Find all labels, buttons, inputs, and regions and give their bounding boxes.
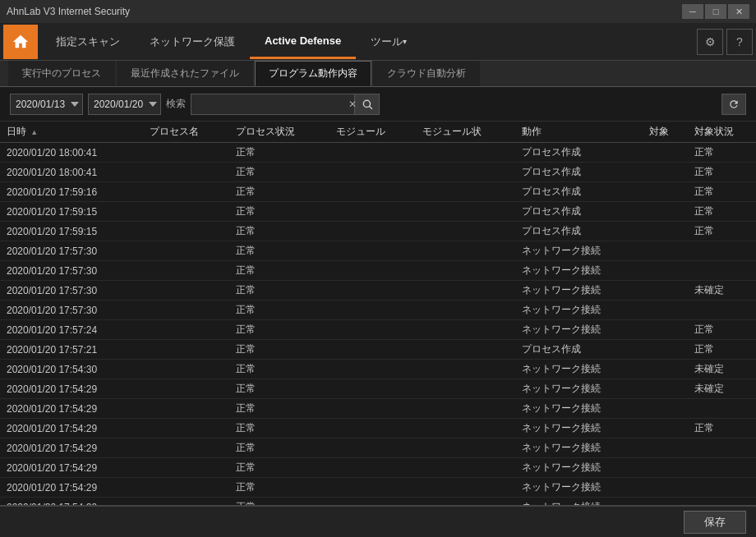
table-cell-13-1 (143, 399, 229, 419)
table-cell-5-0: 2020/01/20 17:57:30 (0, 241, 143, 261)
table-cell-3-0: 2020/01/20 17:59:15 (0, 202, 143, 222)
settings-button[interactable]: ⚙ (697, 29, 723, 55)
menu-item-scan[interactable]: 指定スキャン (41, 25, 135, 59)
menu-item-active-defense[interactable]: Active Defense (250, 25, 356, 59)
data-table: 日時 ▲ プロセス名 プロセス状況 モジュール モジュール状 動作 (0, 122, 756, 506)
table-row[interactable]: 2020/01/20 17:54:29正常ネットワーク接続 (0, 438, 756, 458)
table-row[interactable]: 2020/01/20 17:54:29正常ネットワーク接続 (0, 478, 756, 498)
table-cell-16-4 (416, 458, 516, 478)
date-to-select[interactable]: 2020/01/132020/01/142020/01/152020/01/16… (88, 94, 161, 115)
table-cell-9-6 (643, 320, 688, 340)
table-cell-10-7: 正常 (688, 340, 756, 360)
table-cell-0-0: 2020/01/20 18:00:41 (0, 143, 143, 163)
table-container[interactable]: 日時 ▲ プロセス名 プロセス状況 モジュール モジュール状 動作 (0, 122, 756, 506)
home-icon (12, 33, 30, 51)
table-row[interactable]: 2020/01/20 18:00:41正常プロセス作成正常 (0, 163, 756, 182)
table-cell-3-3 (330, 202, 416, 222)
table-row[interactable]: 2020/01/20 17:57:30正常ネットワーク接続 (0, 241, 756, 261)
restore-button[interactable]: □ (705, 4, 726, 19)
table-cell-6-7 (688, 261, 756, 281)
table-cell-4-4 (416, 222, 516, 241)
table-cell-14-1 (143, 419, 229, 438)
table-cell-18-5: ネットワーク接続 (515, 498, 643, 507)
table-cell-10-5: プロセス作成 (515, 340, 643, 360)
tab-running-processes[interactable]: 実行中のプロセス (8, 61, 115, 86)
table-cell-8-5: ネットワーク接続 (515, 301, 643, 320)
minimize-button[interactable]: ─ (682, 4, 703, 19)
table-cell-6-1 (143, 261, 229, 281)
table-cell-3-5: プロセス作成 (515, 202, 643, 222)
table-cell-13-4 (416, 399, 516, 419)
close-button[interactable]: ✕ (728, 4, 749, 19)
table-row[interactable]: 2020/01/20 17:59:15正常プロセス作成正常 (0, 222, 756, 241)
table-cell-9-3 (330, 320, 416, 340)
tab-program-actions[interactable]: プログラム動作内容 (255, 61, 371, 86)
tab-recent-files[interactable]: 最近作成されたファイル (117, 61, 253, 86)
table-row[interactable]: 2020/01/20 17:54:29正常ネットワーク接続 (0, 458, 756, 478)
save-button[interactable]: 保存 (684, 511, 746, 534)
table-cell-5-1 (143, 241, 229, 261)
search-button[interactable] (355, 94, 380, 115)
table-cell-1-3 (330, 163, 416, 182)
table-cell-7-1 (143, 281, 229, 301)
menu-item-tools[interactable]: ツール (356, 25, 422, 59)
table-cell-8-4 (416, 301, 516, 320)
table-row[interactable]: 2020/01/20 17:54:29正常ネットワーク接続未確定 (0, 379, 756, 399)
table-cell-4-7: 正常 (688, 222, 756, 241)
col-header-module-status: モジュール状 (416, 122, 516, 143)
date-from-select[interactable]: 2020/01/132020/01/142020/01/152020/01/16… (10, 94, 83, 115)
refresh-button[interactable] (721, 94, 746, 115)
table-cell-15-6 (643, 438, 688, 458)
table-cell-11-3 (330, 360, 416, 379)
svg-line-1 (369, 106, 372, 109)
table-cell-0-3 (330, 143, 416, 163)
table-row[interactable]: 2020/01/20 17:54:29正常ネットワーク接続 (0, 399, 756, 419)
table-cell-12-3 (330, 379, 416, 399)
table-cell-8-6 (643, 301, 688, 320)
tab-bar: 実行中のプロセス 最近作成されたファイル プログラム動作内容 クラウド自動分析 (0, 61, 756, 87)
table-row[interactable]: 2020/01/20 17:54:30正常ネットワーク接続未確定 (0, 360, 756, 379)
col-header-process-name: プロセス名 (143, 122, 229, 143)
table-cell-14-6 (643, 419, 688, 438)
table-cell-1-0: 2020/01/20 18:00:41 (0, 163, 143, 182)
table-cell-18-7 (688, 498, 756, 507)
table-row[interactable]: 2020/01/20 17:59:16正常プロセス作成正常 (0, 182, 756, 202)
table-cell-15-0: 2020/01/20 17:54:29 (0, 438, 143, 458)
table-cell-17-5: ネットワーク接続 (515, 478, 643, 498)
table-cell-6-5: ネットワーク接続 (515, 261, 643, 281)
table-row[interactable]: 2020/01/20 17:57:24正常ネットワーク接続正常 (0, 320, 756, 340)
table-cell-12-7: 未確定 (688, 379, 756, 399)
table-row[interactable]: 2020/01/20 17:59:15正常プロセス作成正常 (0, 202, 756, 222)
table-cell-5-5: ネットワーク接続 (515, 241, 643, 261)
table-cell-1-4 (416, 163, 516, 182)
table-cell-0-4 (416, 143, 516, 163)
table-cell-3-6 (643, 202, 688, 222)
table-cell-9-0: 2020/01/20 17:57:24 (0, 320, 143, 340)
table-cell-11-7: 未確定 (688, 360, 756, 379)
home-button[interactable] (3, 25, 38, 59)
title-bar-text: AhnLab V3 Internet Security (7, 6, 682, 17)
table-row[interactable]: 2020/01/20 17:57:21正常プロセス作成正常 (0, 340, 756, 360)
table-row[interactable]: 2020/01/20 17:57:30正常ネットワーク接続未確定 (0, 281, 756, 301)
search-input[interactable] (191, 94, 355, 115)
table-cell-16-0: 2020/01/20 17:54:29 (0, 458, 143, 478)
table-row[interactable]: 2020/01/20 17:54:29正常ネットワーク接続正常 (0, 419, 756, 438)
table-cell-5-4 (416, 241, 516, 261)
menu-item-network[interactable]: ネットワーク保護 (135, 25, 250, 59)
table-row[interactable]: 2020/01/20 18:00:41正常プロセス作成正常 (0, 143, 756, 163)
search-container: ✕ (191, 94, 380, 115)
table-cell-4-5: プロセス作成 (515, 222, 643, 241)
table-row[interactable]: 2020/01/20 17:54:29正常ネットワーク接続 (0, 498, 756, 507)
table-row[interactable]: 2020/01/20 17:57:30正常ネットワーク接続 (0, 301, 756, 320)
table-cell-0-5: プロセス作成 (515, 143, 643, 163)
table-cell-3-7: 正常 (688, 202, 756, 222)
table-cell-14-2: 正常 (229, 419, 330, 438)
title-bar-controls: ─ □ ✕ (682, 4, 749, 19)
help-button[interactable]: ? (726, 29, 753, 55)
table-row[interactable]: 2020/01/20 17:57:30正常ネットワーク接続 (0, 261, 756, 281)
table-cell-10-2: 正常 (229, 340, 330, 360)
table-cell-8-3 (330, 301, 416, 320)
tab-cloud-analysis[interactable]: クラウド自動分析 (373, 61, 480, 86)
search-clear-button[interactable]: ✕ (348, 99, 357, 109)
table-cell-17-6 (643, 478, 688, 498)
